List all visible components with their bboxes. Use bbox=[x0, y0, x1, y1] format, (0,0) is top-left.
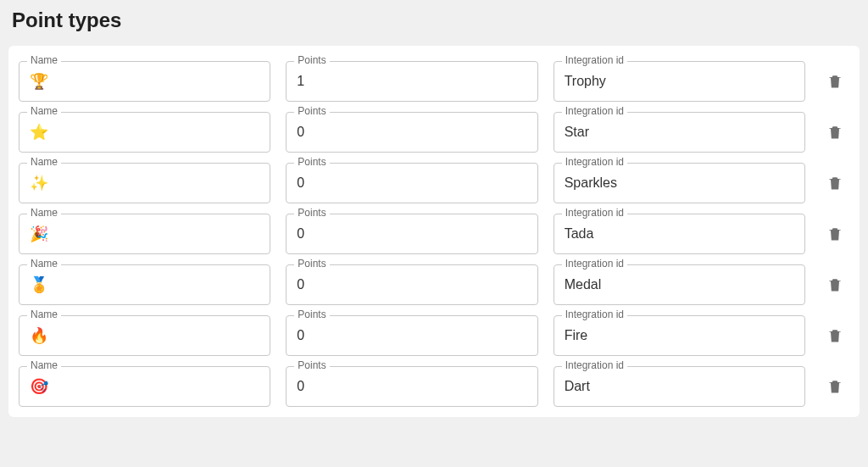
name-input[interactable] bbox=[19, 366, 270, 407]
delete-button[interactable] bbox=[821, 270, 849, 299]
points-field: Points bbox=[286, 315, 537, 356]
points-input[interactable] bbox=[286, 112, 537, 153]
integration-id-label: Integration id bbox=[562, 258, 627, 270]
point-type-row: Name Points Integration id bbox=[19, 264, 849, 305]
name-input[interactable] bbox=[19, 315, 270, 356]
name-label: Name bbox=[27, 105, 61, 117]
integration-id-field: Integration id bbox=[554, 315, 805, 356]
integration-id-field: Integration id bbox=[554, 214, 805, 254]
point-types-card: Name Points Integration id Name Points I… bbox=[8, 46, 860, 417]
name-input[interactable] bbox=[19, 163, 270, 203]
delete-button[interactable] bbox=[821, 372, 849, 401]
trash-icon bbox=[826, 275, 843, 294]
name-field: Name bbox=[19, 163, 270, 203]
integration-id-input[interactable] bbox=[554, 214, 805, 254]
points-label: Points bbox=[294, 359, 329, 371]
integration-id-label: Integration id bbox=[562, 54, 627, 66]
trash-icon bbox=[826, 326, 843, 345]
points-input[interactable] bbox=[286, 315, 537, 356]
points-input[interactable] bbox=[286, 61, 537, 102]
point-type-row: Name Points Integration id bbox=[19, 112, 849, 153]
points-field: Points bbox=[286, 264, 537, 305]
points-label: Points bbox=[294, 54, 329, 66]
points-label: Points bbox=[294, 309, 329, 320]
integration-id-field: Integration id bbox=[554, 366, 805, 407]
point-type-row: Name Points Integration id bbox=[19, 214, 849, 254]
points-label: Points bbox=[294, 105, 329, 117]
delete-button[interactable] bbox=[821, 118, 849, 147]
integration-id-input[interactable] bbox=[554, 163, 805, 203]
integration-id-label: Integration id bbox=[562, 156, 627, 168]
name-field: Name bbox=[19, 214, 270, 254]
name-input[interactable] bbox=[19, 264, 270, 305]
trash-icon bbox=[826, 123, 843, 142]
name-input[interactable] bbox=[19, 112, 270, 153]
integration-id-field: Integration id bbox=[554, 61, 805, 102]
name-label: Name bbox=[27, 359, 61, 371]
delete-button[interactable] bbox=[821, 169, 849, 197]
points-field: Points bbox=[286, 366, 537, 407]
integration-id-label: Integration id bbox=[562, 359, 627, 371]
point-type-row: Name Points Integration id bbox=[19, 61, 849, 102]
name-field: Name bbox=[19, 315, 270, 356]
trash-icon bbox=[826, 174, 843, 192]
points-label: Points bbox=[294, 207, 329, 219]
name-label: Name bbox=[27, 309, 61, 320]
points-input[interactable] bbox=[286, 366, 537, 407]
name-input[interactable] bbox=[19, 214, 270, 254]
name-field: Name bbox=[19, 61, 270, 102]
integration-id-label: Integration id bbox=[562, 309, 627, 320]
name-label: Name bbox=[27, 54, 61, 66]
point-type-row: Name Points Integration id bbox=[19, 366, 849, 407]
delete-button[interactable] bbox=[821, 220, 849, 248]
points-label: Points bbox=[294, 156, 329, 168]
points-input[interactable] bbox=[286, 214, 537, 254]
delete-button[interactable] bbox=[821, 321, 849, 350]
name-field: Name bbox=[19, 264, 270, 305]
point-type-row: Name Points Integration id bbox=[19, 163, 849, 203]
integration-id-field: Integration id bbox=[554, 264, 805, 305]
trash-icon bbox=[826, 72, 843, 91]
delete-button[interactable] bbox=[821, 67, 849, 96]
points-field: Points bbox=[286, 61, 537, 102]
integration-id-input[interactable] bbox=[554, 61, 805, 102]
name-input[interactable] bbox=[19, 61, 270, 102]
name-field: Name bbox=[19, 366, 270, 407]
points-label: Points bbox=[294, 258, 329, 270]
points-input[interactable] bbox=[286, 163, 537, 203]
points-field: Points bbox=[286, 112, 537, 153]
trash-icon bbox=[826, 377, 843, 396]
integration-id-input[interactable] bbox=[554, 112, 805, 153]
integration-id-label: Integration id bbox=[562, 207, 627, 219]
name-label: Name bbox=[27, 156, 61, 168]
points-field: Points bbox=[286, 163, 537, 203]
integration-id-input[interactable] bbox=[554, 366, 805, 407]
trash-icon bbox=[826, 225, 843, 243]
name-label: Name bbox=[27, 207, 61, 219]
integration-id-field: Integration id bbox=[554, 163, 805, 203]
integration-id-field: Integration id bbox=[554, 112, 805, 153]
points-field: Points bbox=[286, 214, 537, 254]
page-title: Point types bbox=[8, 8, 860, 32]
name-field: Name bbox=[19, 112, 270, 153]
integration-id-input[interactable] bbox=[554, 315, 805, 356]
integration-id-input[interactable] bbox=[554, 264, 805, 305]
point-type-row: Name Points Integration id bbox=[19, 315, 849, 356]
points-input[interactable] bbox=[286, 264, 537, 305]
name-label: Name bbox=[27, 258, 61, 270]
integration-id-label: Integration id bbox=[562, 105, 627, 117]
